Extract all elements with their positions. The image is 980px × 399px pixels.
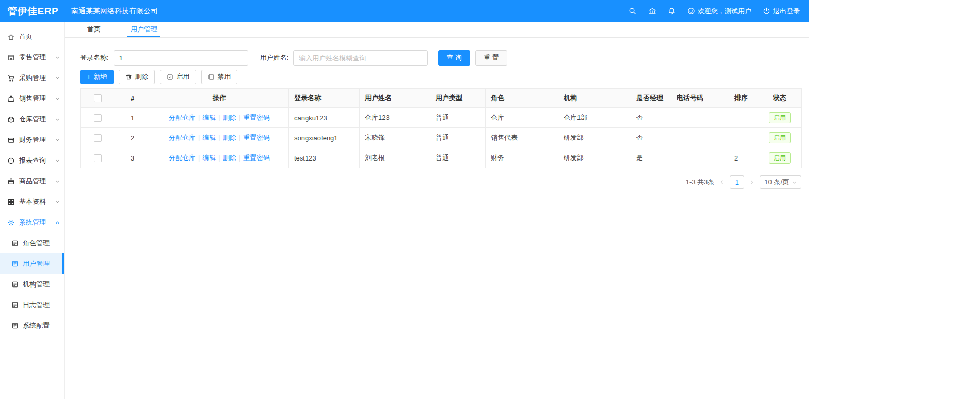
sidebar-subitem-label: 系统配置 [23,321,50,330]
cell-name: 宋晓锋 [360,128,430,148]
col-header-login: 登录名称 [289,89,360,108]
row-actions: 分配仓库|编辑|删除|重置密码 [150,128,289,148]
reset-password-link[interactable]: 重置密码 [243,114,270,121]
edit-link[interactable]: 编辑 [202,114,216,121]
row-actions: 分配仓库|编辑|删除|重置密码 [150,148,289,168]
sidebar-item-purchase[interactable]: 采购管理 [0,68,64,88]
sidebar-item-warehouse[interactable]: 仓库管理 [0,109,64,130]
search-icon[interactable] [629,7,637,15]
tab-user-management[interactable]: 用户管理 [127,22,160,37]
x-square-icon [208,74,215,81]
delete-link[interactable]: 删除 [223,154,236,162]
sidebar-subitem-config[interactable]: 系统配置 [0,315,64,336]
assign-warehouse-link[interactable]: 分配仓库 [169,154,196,162]
prev-page-button[interactable] [719,180,725,185]
next-page-button[interactable] [749,180,754,185]
sidebar-item-system[interactable]: 系统管理 [0,212,64,233]
enable-button[interactable]: 启用 [160,70,196,84]
logout-button[interactable]: 退出登录 [763,7,800,16]
add-button[interactable]: + 新增 [80,70,114,84]
document-icon [11,260,19,267]
reset-button[interactable]: 重 置 [475,50,507,66]
sidebar-item-report[interactable]: 报表查询 [0,150,64,171]
divider: | [218,134,220,141]
main-area: 首页 用户管理 登录名称: 用户姓名: 查 询 重 置 + 新增 [65,22,809,399]
sidebar-item-home[interactable]: 首页 [0,26,64,47]
chevron-down-icon [55,158,60,163]
delete-button-label: 删除 [135,72,148,82]
cell-phone [671,108,729,128]
row-checkbox[interactable] [94,114,102,122]
cell-type: 普通 [430,108,486,128]
sidebar-item-label: 系统管理 [19,218,46,227]
page-number-button[interactable]: 1 [730,175,744,189]
row-index: 1 [115,108,150,128]
enable-button-label: 启用 [176,72,189,82]
status-badge: 启用 [769,132,791,143]
store-icon [7,54,15,61]
disable-button-label: 禁用 [217,72,231,82]
document-icon [11,301,19,309]
col-header-type: 用户类型 [430,89,486,108]
cart-icon [7,74,15,82]
logout-icon [763,7,770,15]
sidebar-subitem-user[interactable]: 用户管理 [0,253,64,274]
query-button[interactable]: 查 询 [438,50,470,66]
page-size-select[interactable]: 10 条/页 [760,175,801,189]
chevron-down-icon [55,138,60,142]
sidebar-item-product[interactable]: 商品管理 [0,171,64,191]
col-header-role: 角色 [486,89,558,108]
delete-link[interactable]: 删除 [223,134,236,141]
cell-sort [729,108,758,128]
row-checkbox[interactable] [94,154,102,162]
document-icon [11,281,19,288]
home-icon [7,33,15,41]
edit-link[interactable]: 编辑 [202,134,216,141]
chevron-down-icon [55,117,60,122]
tab-home[interactable]: 首页 [84,22,104,37]
sidebar-subitem-label: 角色管理 [23,238,50,248]
assign-warehouse-link[interactable]: 分配仓库 [169,134,196,141]
cell-role: 仓库 [486,108,558,128]
disable-button[interactable]: 禁用 [201,70,237,84]
sidebar-item-retail[interactable]: 零售管理 [0,47,64,68]
bank-icon[interactable] [648,7,656,15]
document-icon [11,240,19,247]
delete-link[interactable]: 删除 [223,114,236,121]
select-all-checkbox[interactable] [94,94,102,102]
reset-password-link[interactable]: 重置密码 [243,154,270,162]
reset-password-link[interactable]: 重置密码 [243,134,270,141]
status-badge: 启用 [769,152,791,164]
welcome-user[interactable]: 欢迎您，测试用户 [687,7,751,16]
delete-button[interactable]: 删除 [119,70,155,84]
plus-icon: + [87,73,91,81]
sidebar-item-basic-data[interactable]: 基本资料 [0,191,64,212]
status-badge: 启用 [769,112,791,123]
login-name-input[interactable] [114,50,248,66]
user-name-input[interactable] [293,50,428,66]
pagination: 1-3 共3条 1 10 条/页 [80,175,801,189]
cell-manager: 否 [631,108,671,128]
cell-manager: 否 [631,128,671,148]
search-form: 登录名称: 用户姓名: 查 询 重 置 [80,50,801,66]
cell-name: 刘老根 [360,148,430,168]
document-icon [11,322,19,329]
sidebar-subitem-log[interactable]: 日志管理 [0,295,64,315]
sidebar-subitem-role[interactable]: 角色管理 [0,233,64,253]
bell-icon[interactable] [668,7,676,15]
sidebar-item-sales[interactable]: 销售管理 [0,88,64,109]
row-checkbox[interactable] [94,134,102,142]
pie-chart-icon [7,157,15,165]
box-icon [7,116,15,123]
sidebar-subitem-organization[interactable]: 机构管理 [0,274,64,295]
sidebar-item-finance[interactable]: 财务管理 [0,130,64,150]
sidebar-item-label: 仓库管理 [19,115,46,124]
col-header-org: 机构 [558,89,631,108]
login-name-label: 登录名称: [80,53,109,62]
divider: | [218,114,220,121]
edit-link[interactable]: 编辑 [202,154,216,162]
cell-sort [729,128,758,148]
assign-warehouse-link[interactable]: 分配仓库 [169,114,196,121]
row-actions: 分配仓库|编辑|删除|重置密码 [150,108,289,128]
cell-type: 普通 [430,128,486,148]
